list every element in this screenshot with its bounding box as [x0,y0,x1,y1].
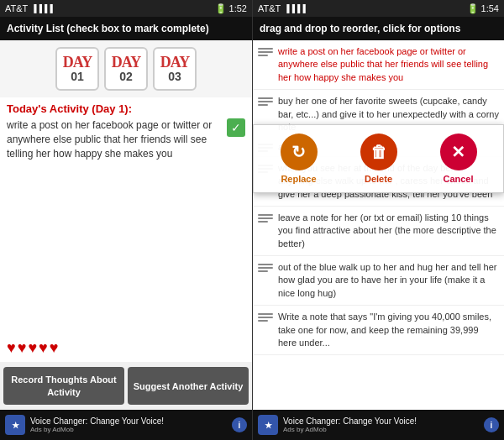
day-pill-2[interactable]: DAY 02 [104,47,148,91]
right-ad-text: Voice Changer: Change Your Voice! Ads by… [283,416,479,433]
list-item[interactable]: write a post on her facebook page or twi… [253,40,504,90]
day-pills-container: DAY 01 DAY 02 DAY 03 [0,40,252,97]
list-item[interactable]: Write a note that says "I'm giving you 4… [253,306,504,355]
left-carrier: AT&T [5,3,28,13]
replace-label: Replace [281,174,316,184]
drag-handle-icon[interactable] [258,48,273,56]
drag-handle-icon[interactable] [258,214,273,223]
hearts-display: ♥♥♥♥♥ [7,339,60,356]
right-top-bar: drag and drop to reorder, click for opti… [253,17,504,40]
right-status-left: AT&T ▐▐▐▐ [258,3,306,13]
day-pill-1[interactable]: DAY 01 [55,47,99,91]
right-status-bar: AT&T ▐▐▐▐ 🔋 1:54 [253,0,504,17]
left-top-bar-title: Activity List (check box to mark complet… [7,23,209,34]
right-signal-icon: ▐▐▐▐ [284,4,306,13]
left-time: 1:52 [229,3,247,13]
left-activity-text: write a post on her facebook page or twi… [7,118,222,160]
left-battery-icon: 🔋 [215,3,227,14]
complete-checkbox[interactable]: ✓ [227,118,245,137]
day-num-3: 03 [168,70,181,83]
activity-item-text-5: out of the blue walk up to her and hug h… [278,261,499,300]
cancel-label: Cancel [443,174,473,184]
left-status-right: 🔋 1:52 [215,3,247,14]
replace-button[interactable]: ↻ Replace [281,134,318,184]
activity-item-text-4: leave a note for her (or txt or email) l… [278,212,499,250]
right-carrier: AT&T [258,3,281,13]
left-ad-text: Voice Changer: Change Your Voice! Ads by… [30,416,227,433]
drag-handle-icon[interactable] [258,313,273,322]
item-options-popup: ↻ Replace 🗑 Delete ✕ Cancel [253,124,504,193]
day-label-2: DAY [112,55,140,70]
today-activity-header: Today's Activity (Day 1): [0,97,252,118]
right-ad-icon: ★ [258,415,278,435]
left-ad-icon: ★ [5,415,25,435]
delete-icon: 🗑 [360,134,397,170]
right-battery-icon: 🔋 [467,3,479,14]
list-item[interactable]: out of the blue walk up to her and hug h… [253,256,504,306]
day-label-1: DAY [63,55,92,70]
left-status-bar: AT&T ▐▐▐▐ 🔋 1:52 [0,0,252,17]
right-ad-sub: Ads by AdMob [283,426,479,433]
right-ad-info-button[interactable]: i [484,417,499,432]
cancel-button[interactable]: ✕ Cancel [440,134,477,184]
list-item[interactable]: leave a note for her (or txt or email) l… [253,207,504,256]
delete-button[interactable]: 🗑 Delete [360,134,397,184]
right-time: 1:54 [481,3,499,13]
left-ad-title: Voice Changer: Change Your Voice! [30,416,227,426]
hearts-row: ♥♥♥♥♥ [0,334,252,362]
right-ad-bar: ★ Voice Changer: Change Your Voice! Ads … [253,410,504,440]
popup-buttons-row: ↻ Replace 🗑 Delete ✕ Cancel [262,134,495,184]
spacer [0,167,252,334]
bottom-buttons: Record Thoughts About Activity Suggest A… [0,362,252,410]
right-panel: AT&T ▐▐▐▐ 🔋 1:54 drag and drop to reorde… [252,0,504,440]
right-top-bar-title: drag and drop to reorder, click for opti… [260,23,460,34]
activity-row: write a post on her facebook page or twi… [0,118,252,167]
day-pill-3[interactable]: DAY 03 [153,47,197,91]
replace-icon: ↻ [281,134,318,170]
left-top-bar: Activity List (check box to mark complet… [0,17,252,40]
right-status-right: 🔋 1:54 [467,3,499,14]
activity-item-text-6: Write a note that says "I'm giving you 4… [278,311,499,349]
right-ad-title: Voice Changer: Change Your Voice! [283,416,479,426]
delete-label: Delete [365,174,392,184]
drag-handle-icon[interactable] [258,97,273,106]
left-signal-icon: ▐▐▐▐ [31,4,53,13]
day-num-1: 01 [71,70,84,83]
drag-handle-icon[interactable] [258,264,273,272]
activity-item-text-0: write a post on her facebook page or twi… [278,45,499,84]
left-ad-bar: ★ Voice Changer: Change Your Voice! Ads … [0,410,252,440]
left-panel: AT&T ▐▐▐▐ 🔋 1:52 Activity List (check bo… [0,0,252,440]
day-num-2: 02 [119,70,133,83]
day-label-3: DAY [160,55,189,70]
left-ad-info-button[interactable]: i [232,417,247,432]
left-status-left: AT&T ▐▐▐▐ [5,3,53,13]
activity-list: write a post on her facebook page or twi… [253,40,504,410]
suggest-activity-button[interactable]: Suggest Another Activity [128,367,249,405]
left-ad-sub: Ads by AdMob [30,426,227,433]
record-thoughts-button[interactable]: Record Thoughts About Activity [3,367,124,405]
cancel-icon: ✕ [440,134,477,170]
